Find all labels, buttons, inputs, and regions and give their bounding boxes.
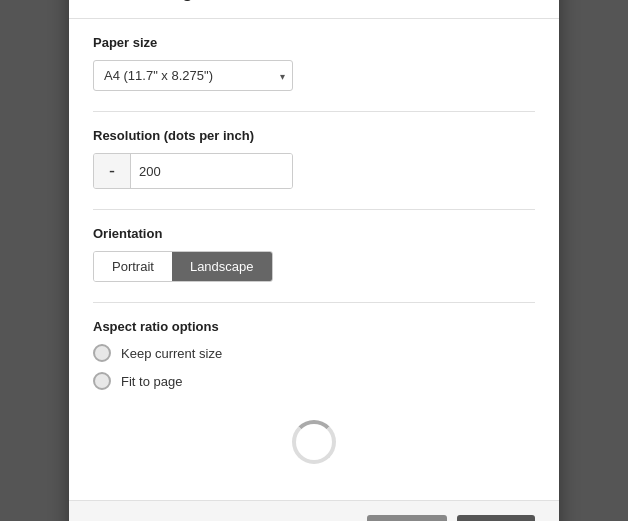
keep-current-radio[interactable] [93,344,111,362]
modal-title: PDF settings [93,0,535,2]
orientation-toggle: Portrait Landscape [93,251,273,282]
portrait-button[interactable]: Portrait [94,252,172,281]
modal-footer: Cancel Export [69,500,559,521]
fit-to-page-option[interactable]: Fit to page [93,372,535,390]
modal-overlay: PDF settings Paper size A4 (11.7" x 8.27… [0,0,628,521]
paper-size-section: Paper size A4 (11.7" x 8.275") Letter (8… [93,35,535,91]
export-button[interactable]: Export [457,515,535,521]
orientation-label: Orientation [93,226,535,241]
cancel-button[interactable]: Cancel [367,515,447,521]
paper-size-select-wrapper: A4 (11.7" x 8.275") Letter (8.5" x 11") … [93,60,293,91]
orientation-section: Orientation Portrait Landscape [93,226,535,282]
keep-current-option[interactable]: Keep current size [93,344,535,362]
fit-to-page-radio[interactable] [93,372,111,390]
keep-current-label: Keep current size [121,346,222,361]
loading-spinner [292,420,336,464]
pdf-settings-modal: PDF settings Paper size A4 (11.7" x 8.27… [69,0,559,521]
radio-group: Keep current size Fit to page [93,344,535,390]
modal-header: PDF settings [69,0,559,2]
paper-size-select[interactable]: A4 (11.7" x 8.275") Letter (8.5" x 11") … [93,60,293,91]
resolution-section: Resolution (dots per inch) - + [93,128,535,189]
resolution-decrement-button[interactable]: - [94,154,130,188]
spinner-container [93,410,535,484]
aspect-ratio-section: Aspect ratio options Keep current size F… [93,319,535,390]
resolution-stepper: - + [93,153,293,189]
fit-to-page-label: Fit to page [121,374,182,389]
paper-size-label: Paper size [93,35,535,50]
modal-body: Paper size A4 (11.7" x 8.275") Letter (8… [69,19,559,500]
landscape-button[interactable]: Landscape [172,252,272,281]
aspect-ratio-label: Aspect ratio options [93,319,535,334]
resolution-input[interactable] [130,154,293,188]
resolution-label: Resolution (dots per inch) [93,128,535,143]
